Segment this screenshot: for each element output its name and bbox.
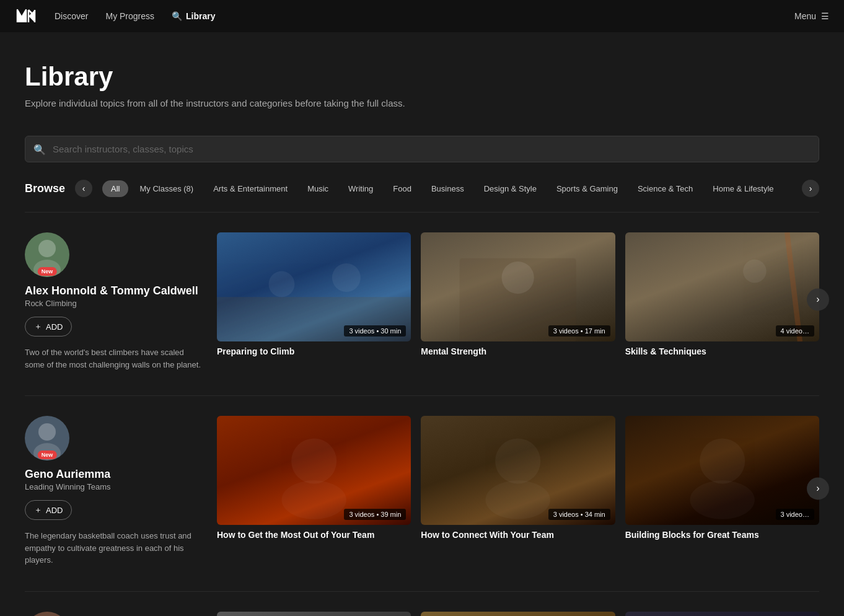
add-button[interactable]: ＋ ADD	[25, 500, 72, 520]
section-divider	[25, 395, 819, 396]
video-title: How to Get the Most Out of Your Team	[217, 530, 411, 540]
video-card[interactable]: 3 videos • 30 min Preparing to Climb	[217, 232, 411, 356]
browse-tab-writing[interactable]: Writing	[340, 180, 382, 197]
search-icon-nav: 🔍	[172, 11, 182, 21]
video-title: Preparing to Climb	[217, 346, 411, 356]
svg-point-13	[495, 438, 540, 483]
video-thumbnail: 3 videos • 39 min	[217, 416, 411, 525]
browse-tabs: AllMy Classes (8)Arts & EntertainmentMus…	[102, 180, 792, 197]
instructor-description: Two of the world's best climbers have sc…	[25, 346, 202, 371]
instructor-info: New Mashama Bailey Southern Cooking ＋ AD…	[25, 612, 217, 617]
video-thumbnail	[421, 612, 615, 617]
video-thumbnail: 3 videos • 34 min	[421, 416, 615, 525]
video-badge: 3 videos • 34 min	[548, 509, 610, 520]
video-thumbnail: 3 video…	[625, 416, 819, 525]
video-card[interactable]: 3 videos • 17 min Mental Strength	[421, 232, 615, 356]
svg-point-8	[743, 260, 767, 283]
instructor-avatar-wrap: New	[25, 416, 69, 460]
search-bar: 🔍	[25, 136, 819, 162]
instructor-row: New Alex Honnold & Tommy Caldwell Rock C…	[0, 232, 844, 371]
videos-row-wrap: 3 videos • 30 min Preparing to Climb	[217, 232, 819, 371]
nav-my-progress[interactable]: My Progress	[105, 11, 154, 21]
hero-subtitle: Explore individual topics from all of th…	[25, 98, 819, 108]
add-label: ADD	[46, 322, 63, 332]
plus-icon: ＋	[34, 504, 42, 516]
carousel-next-button[interactable]: ›	[807, 288, 829, 310]
section-divider	[25, 591, 819, 592]
avatar	[25, 612, 69, 617]
search-icon: 🔍	[33, 143, 46, 155]
hero-section: Library Explore individual topics from a…	[0, 32, 844, 123]
browse-tab-home[interactable]: Home & Lifestyle	[704, 180, 782, 197]
video-card[interactable]	[625, 612, 819, 617]
nav-discover[interactable]: Discover	[55, 11, 88, 21]
browse-title: Browse	[25, 182, 65, 195]
instructor-subject: Rock Climbing	[25, 299, 202, 308]
browse-next-button[interactable]: ›	[802, 180, 819, 197]
browse-tab-music[interactable]: Music	[299, 180, 337, 197]
video-title: How to Connect With Your Team	[421, 530, 615, 540]
browse-tab-all[interactable]: All	[102, 180, 128, 197]
video-card[interactable]: 3 video… Building Blocks for Great Teams	[625, 416, 819, 540]
browse-prev-button[interactable]: ‹	[75, 180, 92, 197]
search-input[interactable]	[25, 136, 819, 162]
instructor-row: New Mashama Bailey Southern Cooking ＋ AD…	[0, 612, 844, 617]
plus-icon: ＋	[34, 321, 42, 332]
svg-point-3	[269, 271, 295, 297]
instructor-info: New Alex Honnold & Tommy Caldwell Rock C…	[25, 232, 217, 371]
video-badge: 3 video…	[776, 509, 814, 520]
videos-row-wrap: 3 videos • 39 min How to Get the Most Ou…	[217, 416, 819, 566]
video-thumbnail	[217, 612, 411, 617]
instructor-subject: Leading Winning Teams	[25, 482, 202, 491]
video-card[interactable]	[217, 612, 411, 617]
logo[interactable]	[15, 5, 37, 27]
thumbnail-content	[421, 612, 615, 617]
divider-top	[25, 212, 819, 213]
add-label: ADD	[46, 506, 63, 515]
video-title: Building Blocks for Great Teams	[625, 530, 819, 540]
instructor-row: New Geno Auriemma Leading Winning Teams …	[0, 416, 844, 566]
menu-button[interactable]: Menu ☰	[794, 11, 829, 21]
video-card[interactable]	[421, 612, 615, 617]
video-title: Mental Strength	[421, 346, 615, 356]
instructor-avatar-wrap: New	[25, 232, 69, 277]
video-thumbnail	[625, 612, 819, 617]
thumbnail-content	[625, 612, 819, 617]
thumbnail-content	[217, 612, 411, 617]
browse-header: Browse ‹ AllMy Classes (8)Arts & Enterta…	[25, 180, 819, 197]
instructor-name: Geno Auriemma	[25, 468, 202, 481]
video-card[interactable]: 4 video… Skills & Techniques	[625, 232, 819, 356]
svg-point-0	[38, 240, 56, 257]
video-title: Skills & Techniques	[625, 346, 819, 356]
nav-library[interactable]: 🔍 Library	[172, 11, 215, 21]
svg-point-15	[700, 438, 745, 483]
video-badge: 3 videos • 30 min	[344, 325, 406, 337]
video-thumbnail: 3 videos • 30 min	[217, 232, 411, 341]
instructor-name: Alex Honnold & Tommy Caldwell	[25, 284, 202, 297]
browse-tab-arts[interactable]: Arts & Entertainment	[204, 180, 296, 197]
video-badge: 3 videos • 17 min	[548, 325, 610, 337]
video-badge: 4 video…	[776, 325, 814, 337]
navbar: Discover My Progress 🔍 Library Menu ☰	[0, 0, 844, 32]
add-button[interactable]: ＋ ADD	[25, 317, 72, 337]
svg-point-9	[38, 423, 56, 441]
svg-point-14	[486, 480, 550, 519]
instructor-info: New Geno Auriemma Leading Winning Teams …	[25, 416, 217, 566]
videos-row	[217, 612, 819, 617]
browse-tab-design[interactable]: Design & Style	[475, 180, 545, 197]
video-card[interactable]: 3 videos • 39 min How to Get the Most Ou…	[217, 416, 411, 540]
video-badge: 3 videos • 39 min	[344, 509, 406, 520]
nav-links: Discover My Progress 🔍 Library	[55, 11, 794, 21]
svg-point-12	[281, 480, 346, 519]
browse-tab-science[interactable]: Science & Tech	[629, 180, 701, 197]
video-card[interactable]: 3 videos • 34 min How to Connect With Yo…	[421, 416, 615, 540]
browse-tab-my-classes[interactable]: My Classes (8)	[131, 180, 202, 197]
new-badge: New	[38, 267, 57, 276]
browse-section: Browse ‹ AllMy Classes (8)Arts & Enterta…	[0, 180, 844, 197]
video-thumbnail: 4 video…	[625, 232, 819, 341]
browse-tab-community[interactable]: Community & Govern…	[785, 180, 792, 197]
browse-tab-food[interactable]: Food	[384, 180, 420, 197]
browse-tab-sports[interactable]: Sports & Gaming	[548, 180, 626, 197]
carousel-next-button[interactable]: ›	[807, 478, 829, 500]
browse-tab-business[interactable]: Business	[423, 180, 473, 197]
